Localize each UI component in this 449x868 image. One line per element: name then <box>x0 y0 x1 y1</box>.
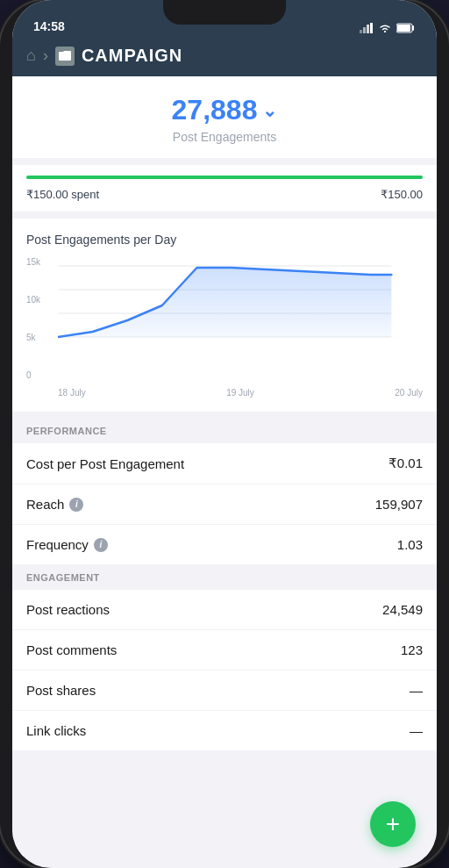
y-axis-labels: 15k 10k 5k 0 <box>26 257 40 380</box>
frequency-info-icon[interactable]: i <box>94 538 108 552</box>
performance-section-header: PERFORMANCE <box>12 419 437 443</box>
y-label-10k: 10k <box>26 295 40 305</box>
chart-container: 15k 10k 5k 0 <box>26 257 423 398</box>
add-fab-button[interactable]: + <box>370 801 416 847</box>
post-reactions-value: 24,549 <box>382 602 423 617</box>
post-shares-row: Post shares — <box>12 671 437 711</box>
metric-number: 27,888 <box>172 94 258 126</box>
budget-spent: ₹150.00 spent <box>26 188 99 201</box>
cost-per-engagement-label: Cost per Post Engagement <box>26 456 184 471</box>
wifi-icon <box>378 23 392 33</box>
frequency-row: Frequency i 1.03 <box>12 525 437 565</box>
link-clicks-label: Link clicks <box>26 723 86 738</box>
reach-value: 159,907 <box>375 497 423 512</box>
phone-frame: 14:58 <box>0 0 449 868</box>
breadcrumb-separator: › <box>43 47 48 65</box>
y-label-0: 0 <box>26 370 40 380</box>
metric-value-container[interactable]: 27,888 ⌄ <box>26 94 423 126</box>
signal-icon <box>360 23 374 33</box>
chart-svg <box>26 257 423 398</box>
y-label-15k: 15k <box>26 257 40 267</box>
nav-bar: ⌂ › CAMPAIGN <box>12 39 437 76</box>
reach-row: Reach i 159,907 <box>12 484 437 525</box>
post-shares-label: Post shares <box>26 683 96 698</box>
x-axis-labels: 18 July 19 July 20 July <box>58 388 423 398</box>
post-shares-value: — <box>410 683 423 698</box>
metric-dropdown-icon[interactable]: ⌄ <box>262 100 277 121</box>
battery-icon <box>396 23 416 33</box>
chart-title: Post Engagements per Day <box>26 233 423 247</box>
post-comments-row: Post comments 123 <box>12 630 437 671</box>
link-clicks-row: Link clicks — <box>12 711 437 751</box>
notch <box>163 0 286 25</box>
svg-point-4 <box>384 31 386 32</box>
page-title: CAMPAIGN <box>82 46 182 66</box>
svg-rect-0 <box>360 30 362 33</box>
reach-label: Reach i <box>26 497 83 512</box>
status-time: 14:58 <box>33 19 65 33</box>
metric-label: Post Engagements <box>26 130 423 144</box>
reach-info-icon[interactable]: i <box>69 498 83 512</box>
post-reactions-label: Post reactions <box>26 602 110 617</box>
budget-total: ₹150.00 <box>381 188 423 201</box>
budget-section: ₹150.00 spent ₹150.00 <box>12 165 437 212</box>
svg-rect-3 <box>370 23 373 33</box>
post-reactions-row: Post reactions 24,549 <box>12 590 437 630</box>
add-icon: + <box>386 812 400 836</box>
post-comments-value: 123 <box>401 642 423 657</box>
main-content: 27,888 ⌄ Post Engagements ₹150.00 spent … <box>12 76 437 857</box>
post-comments-label: Post comments <box>26 642 117 657</box>
phone-screen: 14:58 <box>12 0 437 868</box>
metric-card: 27,888 ⌄ Post Engagements <box>12 76 437 158</box>
link-clicks-value: — <box>410 723 423 738</box>
x-label-20july: 20 July <box>395 388 423 398</box>
frequency-value: 1.03 <box>397 537 423 552</box>
y-label-5k: 5k <box>26 333 40 342</box>
x-label-18july: 18 July <box>58 388 86 398</box>
status-icons <box>360 23 416 33</box>
svg-rect-2 <box>367 25 369 33</box>
x-label-19july: 19 July <box>226 388 254 398</box>
chart-section: Post Engagements per Day 15k 10k 5k 0 <box>12 219 437 412</box>
cost-per-engagement-value: ₹0.01 <box>388 456 423 471</box>
frequency-label: Frequency i <box>26 537 108 552</box>
campaign-folder-icon <box>55 47 75 66</box>
svg-rect-1 <box>363 27 366 33</box>
engagement-section-header: ENGAGEMENT <box>12 565 437 590</box>
home-icon[interactable]: ⌂ <box>26 47 36 65</box>
budget-bar-track <box>26 176 423 179</box>
cost-per-engagement-row: Cost per Post Engagement ₹0.01 <box>12 443 437 484</box>
budget-bar-fill <box>26 176 423 179</box>
budget-row: ₹150.00 spent ₹150.00 <box>26 188 423 201</box>
svg-rect-6 <box>397 25 410 32</box>
